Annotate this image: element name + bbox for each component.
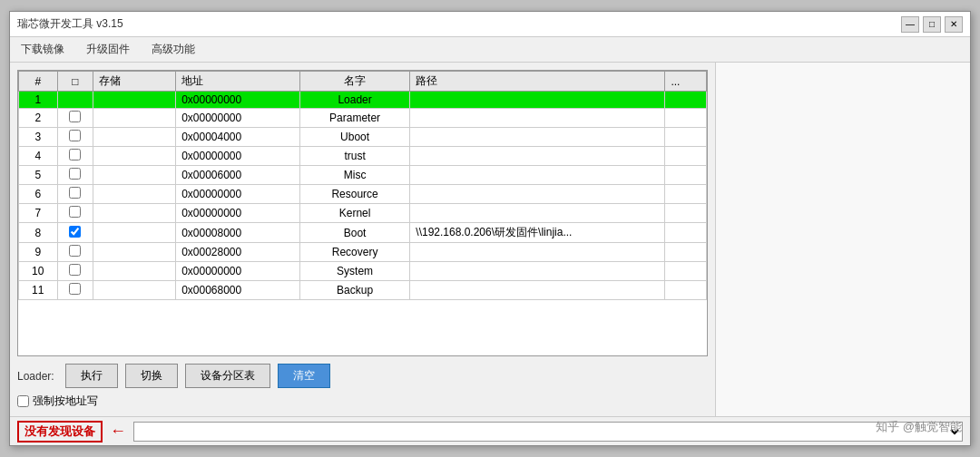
cell-path [410,243,665,262]
cell-store [93,166,176,185]
cell-num: 8 [19,223,58,243]
cell-path [410,109,665,128]
cell-addr: 0x00000000 [176,147,300,166]
table-row: 100x00000000System [19,262,707,281]
cell-path [410,281,665,300]
cell-num: 9 [19,243,58,262]
col-header-num: # [19,72,58,92]
cell-name: Loader [299,92,410,109]
maximize-button[interactable]: □ [923,16,941,33]
cell-num: 6 [19,185,58,204]
device-select[interactable] [133,422,963,442]
col-header-check: □ [57,72,93,92]
cell-checkbox[interactable] [57,128,93,147]
window-controls: — □ ✕ [901,16,963,33]
col-header-addr: 地址 [176,72,300,92]
cell-dots [665,128,707,147]
table-row: 80x00008000Boot\\192.168.0.206\研发固件\linj… [19,223,707,243]
cell-checkbox[interactable] [57,147,93,166]
cell-name: Parameter [299,109,410,128]
col-header-store: 存储 [93,72,176,92]
cell-checkbox[interactable] [57,166,93,185]
main-window: 瑞芯微开发工具 v3.15 — □ ✕ 下载镜像 升级固件 高级功能 # □ 存… [9,11,971,446]
cell-dots [665,243,707,262]
row-checkbox[interactable] [69,187,81,199]
cell-num: 2 [19,109,58,128]
bottom-controls: Loader: 执行 切换 设备分区表 清空 强制按地址写 [17,364,708,409]
close-button[interactable]: ✕ [945,16,963,33]
force-address-checkbox[interactable] [17,395,29,407]
button-row: Loader: 执行 切换 设备分区表 清空 [17,364,708,388]
cell-checkbox[interactable] [57,185,93,204]
cell-name: Backup [299,281,410,300]
partition-button[interactable]: 设备分区表 [185,364,270,388]
flash-table-container: # □ 存储 地址 名字 路径 ... 10x00000000Loader20x… [17,70,708,356]
loader-label: Loader: [17,370,54,383]
cell-path [410,147,665,166]
cell-store [93,185,176,204]
cell-path: \\192.168.0.206\研发固件\linjia... [410,223,665,243]
cell-name: Boot [299,223,410,243]
cell-addr: 0x00000000 [176,92,300,109]
col-header-dots: ... [665,72,707,92]
right-panel [716,63,970,416]
minimize-button[interactable]: — [901,16,919,33]
cell-path [410,185,665,204]
cell-path [410,166,665,185]
row-checkbox[interactable] [69,283,81,295]
cell-checkbox[interactable] [57,109,93,128]
menu-download[interactable]: 下载镜像 [17,40,68,59]
cell-store [93,223,176,243]
cell-dots [665,281,707,300]
row-checkbox[interactable] [69,130,81,141]
no-device-text: 没有发现设备 [17,421,103,442]
execute-button[interactable]: 执行 [65,364,118,388]
window-title: 瑞芯微开发工具 v3.15 [17,16,123,32]
row-checkbox[interactable] [69,206,81,218]
cell-checkbox[interactable] [57,223,93,243]
table-row: 90x00028000Recovery [19,243,707,262]
row-checkbox[interactable] [69,149,81,160]
menu-advanced[interactable]: 高级功能 [148,40,199,59]
cell-num: 3 [19,128,58,147]
cell-store [93,109,176,128]
cell-dots [665,204,707,223]
row-checkbox[interactable] [69,264,81,276]
cell-addr: 0x00028000 [176,243,300,262]
cell-checkbox[interactable] [57,281,93,300]
cell-num: 4 [19,147,58,166]
row-checkbox[interactable] [69,168,81,180]
table-row: 50x00006000Misc [19,166,707,185]
cell-store [93,281,176,300]
switch-button[interactable]: 切换 [125,364,178,388]
cell-name: Kernel [299,204,410,223]
menu-upgrade[interactable]: 升级固件 [83,40,133,59]
title-bar: 瑞芯微开发工具 v3.15 — □ ✕ [10,12,970,37]
cell-checkbox[interactable] [57,92,93,109]
table-row: 20x00000000Parameter [19,109,707,128]
cell-checkbox[interactable] [57,204,93,223]
cell-name: trust [299,147,410,166]
cell-name: Uboot [299,128,410,147]
cell-store [93,204,176,223]
cell-name: System [299,262,410,281]
row-checkbox[interactable] [69,245,81,257]
force-address-label: 强制按地址写 [33,394,98,409]
force-address-row: 强制按地址写 [17,394,708,409]
cell-name: Resource [299,185,410,204]
row-checkbox[interactable] [69,111,81,122]
cell-checkbox[interactable] [57,243,93,262]
cell-name: Misc [299,166,410,185]
arrow-icon: ← [110,422,126,441]
cell-dots [665,147,707,166]
cell-checkbox[interactable] [57,262,93,281]
cell-addr: 0x00004000 [176,128,300,147]
cell-num: 5 [19,166,58,185]
cell-addr: 0x00006000 [176,166,300,185]
clear-button[interactable]: 清空 [278,364,330,388]
col-header-name: 名字 [299,72,410,92]
cell-num: 10 [19,262,58,281]
left-panel: # □ 存储 地址 名字 路径 ... 10x00000000Loader20x… [10,63,716,416]
cell-store [93,147,176,166]
row-checkbox[interactable] [69,226,81,238]
